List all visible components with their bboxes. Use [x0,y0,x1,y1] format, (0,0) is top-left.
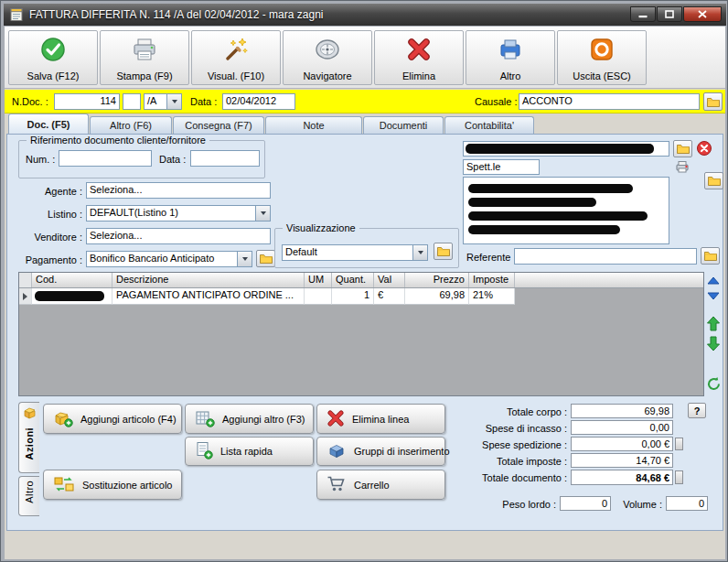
compass-icon [314,36,341,67]
minimize-button[interactable] [630,6,656,22]
elimina-button[interactable]: Elimina [374,30,464,85]
ndoc-rev-field[interactable] [123,93,141,110]
visual-button[interactable]: Visual. (F10) [191,30,281,85]
table-header-um[interactable]: UM [305,273,332,287]
table-header-descrizione[interactable]: Descrizione [112,273,305,287]
spese-incasso-field[interactable]: 0,00 [571,420,673,435]
help-button[interactable]: ? [688,403,706,418]
stampa-button[interactable]: Stampa (F9) [100,30,189,85]
chevron-down-icon[interactable] [255,206,270,221]
sostituzione-articolo-button[interactable]: Sostituzione articolo [43,470,182,500]
riferimento-legend: Riferimento documento cliente/fornitore [27,135,209,146]
spettle-field[interactable]: Spett.le [463,159,540,175]
close-button[interactable] [683,6,722,22]
table-header-imposte[interactable]: Imposte [469,273,515,287]
chevron-down-icon[interactable] [412,245,427,260]
table-header-cod[interactable]: Cod. [32,273,112,287]
chevron-down-icon[interactable] [237,252,252,266]
green-up-arrow-icon [706,316,721,331]
tab-note[interactable]: Note [265,116,362,134]
spese-spedizione-field[interactable]: 0,00€ [571,437,673,451]
cell-val[interactable]: € [374,288,405,305]
rif-data-field[interactable] [190,150,260,167]
aggiungi-articolo-label: Aggiungi articolo (F4) [80,414,177,425]
move-up-button[interactable] [705,315,722,331]
data-field[interactable]: 02/04/2012 [222,93,295,110]
add-article-icon [53,409,73,429]
cell-quant[interactable]: 1 [332,288,374,305]
altro-button[interactable]: Altro [466,30,555,85]
peso-lordo-field[interactable]: 0 [560,496,611,511]
visualizzazione-select[interactable]: Default [282,244,428,261]
titlebar[interactable]: FATTURA DIFFERITA N. 114 /A del 02/04/20… [4,4,726,26]
aggiungi-articolo-button[interactable]: Aggiungi articolo (F4) [43,404,182,434]
spese-spedizione-detail-button[interactable] [675,438,683,450]
table-header-prezzo[interactable]: Prezzo [405,273,469,287]
move-row-updown-button[interactable] [704,276,723,301]
tab-doc[interactable]: Doc. (F5) [8,113,89,134]
delete-x-icon [405,36,433,67]
lista-rapida-button[interactable]: Lista rapida [185,437,314,466]
agente-field[interactable]: Seleziona... [86,182,271,199]
redacted-text [468,198,596,207]
cell-imposte[interactable]: 21% [469,288,515,305]
causale-field[interactable]: ACCONTO [519,93,700,110]
salva-button[interactable]: Salva (F12) [8,30,98,85]
cliente-field[interactable] [463,141,669,157]
navigatore-button[interactable]: Navigatore [283,30,372,85]
aggiungi-altro-button[interactable]: Aggiungi altro (F3) [185,404,314,434]
toolbar: Salva (F12) Stampa (F9) Visual. (F10) Na… [5,27,725,89]
side-tab-azioni[interactable]: Azioni [18,402,39,473]
elimina-linea-button[interactable]: Elimina linea [316,404,445,434]
tab-documenti[interactable]: Documenti [363,116,444,134]
visualizzazione-folder-button[interactable] [434,243,453,260]
tab-altro[interactable]: Altro (F6) [90,116,172,134]
listino-select[interactable]: DEFAULT(Listino 1) [86,205,271,222]
carrello-button[interactable]: Carrello [316,470,445,500]
totale-corpo-field[interactable]: 69,98 [571,404,673,418]
carrello-label: Carrello [354,480,390,491]
contact-print-icon[interactable] [673,158,691,175]
table-header-val[interactable]: Val [374,273,405,287]
chevron-down-icon[interactable] [166,94,181,109]
venditore-field[interactable]: Seleziona... [86,228,271,244]
cell-descrizione[interactable]: PAGAMENTO ANTICIPATO ORDINE ... [112,288,305,305]
cube-icon [23,406,37,424]
referente-field[interactable] [514,248,697,265]
totale-documento-detail-button[interactable] [675,470,683,484]
side-tab-altro[interactable]: Altro [18,476,39,516]
venditore-label: Venditore : [18,232,82,243]
cliente-folder-button[interactable] [673,140,692,157]
clear-cliente-button[interactable] [695,139,713,157]
row-selector-cell[interactable] [19,288,32,305]
tab-contabilita[interactable]: Contabilita' [444,116,534,134]
cell-cod[interactable] [32,288,112,305]
indirizzo-box[interactable] [463,177,669,244]
pagamento-select[interactable]: Bonifico Bancario Anticipato [86,251,252,267]
doc-suffix-select[interactable]: /A [144,93,182,110]
table-row[interactable]: PAGAMENTO ANTICIPATO ORDINE ... 1 € 69,9… [19,288,703,305]
uscita-button[interactable]: Uscita (ESC) [557,30,647,85]
move-down-button[interactable] [705,335,722,351]
lista-rapida-label: Lista rapida [220,446,273,457]
maximize-button[interactable] [657,6,682,22]
tab-consegna[interactable]: Consegna (F7) [173,116,264,134]
cell-prezzo[interactable]: 69,98 [405,288,469,305]
num-field[interactable] [59,150,152,167]
causale-label: Causale : [475,96,517,107]
app-window: FATTURA DIFFERITA N. 114 /A del 02/04/20… [0,0,728,562]
refresh-button[interactable] [704,374,723,393]
table-header-quant[interactable]: Quant. [332,273,374,287]
indirizzo-folder-button[interactable] [704,172,723,189]
ndoc-field[interactable]: 114 [54,93,120,110]
ndoc-label: N.Doc. : [12,96,48,107]
cell-um[interactable] [305,288,332,305]
pagamento-folder-button[interactable] [256,250,275,267]
volume-field[interactable]: 0 [666,496,708,511]
totale-documento-field[interactable]: 84,68€ [571,470,673,485]
gruppi-inserimento-button[interactable]: Gruppi di inserimento [316,437,445,466]
referente-folder-button[interactable] [701,247,720,265]
totale-imposte-field[interactable]: 14,70€ [571,453,673,468]
blue-updown-icon [706,276,721,300]
causale-folder-button[interactable] [703,92,723,111]
